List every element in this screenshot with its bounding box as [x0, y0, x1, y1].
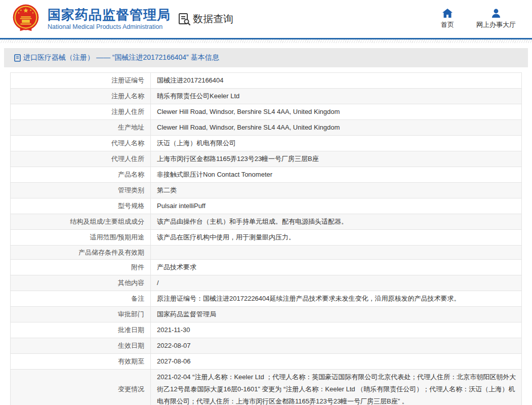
row-label: 代理人名称	[11, 136, 151, 151]
row-value: 2022-08-07	[151, 338, 522, 354]
table-row: 审批部门 国家药品监督管理局	[11, 307, 522, 322]
row-value: 该产品由操作台（主机）和手持单元组成。配有电源插头适配器。	[151, 214, 522, 230]
row-value: 国械注进20172166404	[151, 73, 522, 89]
row-value: 2027-08-06	[151, 354, 522, 370]
header-hatch-shadow	[0, 39, 532, 43]
table-row: 结构及组成/主要组成成分 该产品由操作台（主机）和手持单元组成。配有电源插头适配…	[11, 214, 522, 230]
table-row: 代理人住所 上海市闵行区金都路1165弄123号23幢一号厂房三层B座	[11, 151, 522, 167]
row-label: 审批部门	[11, 307, 151, 322]
row-value: 产品技术要求	[151, 260, 522, 275]
row-label: 注册证编号	[11, 73, 151, 89]
nav-item-home[interactable]: 首页	[441, 9, 454, 29]
data-query-entry[interactable]: 数据查询	[178, 12, 233, 26]
info-table: 注册证编号 国械注进20172166404 注册人名称 睛乐有限责任公司Keel…	[10, 72, 522, 405]
table-row: 管理类别 第二类	[11, 183, 522, 198]
row-value: 该产品在医疗机构中使用，用于测量眼内压力。	[151, 230, 522, 246]
row-label: 变更情况	[11, 370, 151, 405]
row-value: 睛乐有限责任公司Keeler Ltd	[151, 89, 522, 104]
row-value: 非接触式眼压计Non Contact Tonometer	[151, 167, 522, 183]
row-label: 结构及组成/主要组成成分	[11, 214, 151, 230]
info-table-body: 注册证编号 国械注进20172166404 注册人名称 睛乐有限责任公司Keel…	[11, 73, 522, 405]
nav-label: 首页	[441, 20, 454, 29]
row-value	[151, 246, 522, 260]
table-row: 变更情况 2021-02-04 “注册人名称：Keeler Ltd ；代理人名称…	[11, 370, 522, 405]
row-value: Pulsair intelliPuff	[151, 198, 522, 214]
table-row: 生效日期 2022-08-07	[11, 338, 522, 354]
row-value: 上海市闵行区金都路1165弄123号23幢一号厂房三层B座	[151, 151, 522, 167]
table-row: 注册人名称 睛乐有限责任公司Keeler Ltd	[11, 89, 522, 104]
row-label: 其他内容	[11, 275, 151, 291]
org-title: 国家药品监督管理局	[48, 8, 171, 22]
row-label: 有效期至	[11, 354, 151, 370]
site-header: 国家药品监督管理局 National Medical Products Admi…	[0, 0, 532, 38]
table-row: 注册人住所 Clewer Hill Road, Windsor, Bershir…	[11, 104, 522, 120]
table-row: 有效期至 2027-08-06	[11, 354, 522, 370]
row-label: 生产地址	[11, 120, 151, 136]
row-label: 产品储存条件及有效期	[11, 246, 151, 260]
table-row: 产品储存条件及有效期	[11, 246, 522, 260]
table-row: 适用范围/预期用途 该产品在医疗机构中使用，用于测量眼内压力。	[11, 230, 522, 246]
page-icon	[14, 54, 21, 62]
row-label: 产品名称	[11, 167, 151, 183]
row-label: 适用范围/预期用途	[11, 230, 151, 246]
header-nav: 首页 网上办事大厅	[441, 9, 532, 29]
row-value: 2021-02-04 “注册人名称：Keeler Ltd ；代理人名称：英国豪迈…	[151, 370, 522, 405]
row-label: 注册人住所	[11, 104, 151, 120]
row-value: 国家药品监督管理局	[151, 307, 522, 322]
table-row: 批准日期 2021-11-30	[11, 322, 522, 338]
row-label: 批准日期	[11, 322, 151, 338]
row-value: Clewer Hill Road, Windsor, Bershire SL4 …	[151, 104, 522, 120]
section-title: 数据查询	[193, 12, 233, 26]
user-icon	[491, 9, 501, 18]
content-container: 注册证编号 国械注进20172166404 注册人名称 睛乐有限责任公司Keel…	[4, 67, 528, 405]
breadcrumb-text: 进口医疗器械（注册） —— “国械注进20172166404” 基本信息	[23, 53, 219, 62]
table-row: 产品名称 非接触式眼压计Non Contact Tonometer	[11, 167, 522, 183]
row-label: 型号规格	[11, 198, 151, 214]
row-value: 第二类	[151, 183, 522, 198]
row-label: 代理人住所	[11, 151, 151, 167]
org-subtitle: National Medical Products Administration	[48, 23, 171, 30]
row-value: 2021-11-30	[151, 322, 522, 338]
row-label: 备注	[11, 291, 151, 307]
row-value: 沃迈（上海）机电有限公司	[151, 136, 522, 151]
table-row: 附件 产品技术要求	[11, 260, 522, 275]
table-row: 备注 原注册证编号：国械注进20172226404延续注册产品技术要求未发生变化…	[11, 291, 522, 307]
nav-label: 网上办事大厅	[476, 20, 516, 29]
row-value: Clewer Hill Road, Windsor, Bershire SL4 …	[151, 120, 522, 136]
row-label: 生效日期	[11, 338, 151, 354]
table-row: 代理人名称 沃迈（上海）机电有限公司	[11, 136, 522, 151]
table-row: 注册证编号 国械注进20172166404	[11, 73, 522, 89]
table-row: 生产地址 Clewer Hill Road, Windsor, Bershire…	[11, 120, 522, 136]
table-row: 其他内容 /	[11, 275, 522, 291]
nav-item-service-hall[interactable]: 网上办事大厅	[476, 9, 516, 29]
row-label: 附件	[11, 260, 151, 275]
document-search-icon	[178, 13, 191, 26]
breadcrumb: 进口医疗器械（注册） —— “国械注进20172166404” 基本信息	[4, 48, 528, 67]
row-label: 注册人名称	[11, 89, 151, 104]
site-brand: 国家药品监督管理局 National Medical Products Admi…	[12, 4, 171, 35]
home-icon	[442, 9, 453, 18]
row-value: 原注册证编号：国械注进20172226404延续注册产品技术要求未发生变化，沿用…	[151, 291, 522, 307]
brand-text: 国家药品监督管理局 National Medical Products Admi…	[48, 8, 171, 31]
table-row: 型号规格 Pulsair intelliPuff	[11, 198, 522, 214]
row-label: 管理类别	[11, 183, 151, 198]
row-value: /	[151, 275, 522, 291]
national-emblem-logo	[12, 4, 40, 35]
